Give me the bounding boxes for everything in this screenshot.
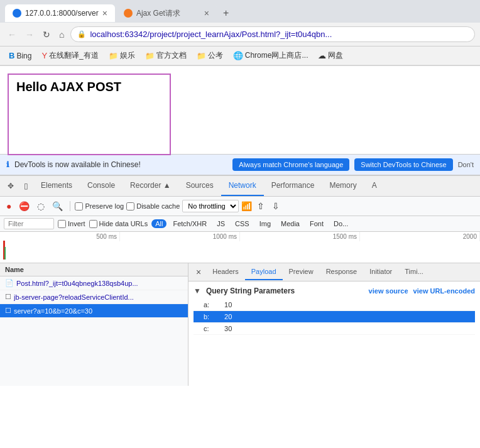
filter-fetch-xhr[interactable]: Fetch/XHR: [169, 219, 210, 228]
tab-active[interactable]: 127.0.0.1:8000/server ×: [5, 4, 115, 22]
devtools-panel: ✥ ▯ Elements Console Recorder ▲ Sources …: [0, 175, 480, 386]
content-box: Hello AJAX POST: [8, 74, 171, 155]
forward-button[interactable]: →: [23, 28, 36, 41]
bookmark-label-store: Chrome网上商店...: [245, 50, 308, 61]
url-box[interactable]: 🔒 localhost:63342/project/project_learnA…: [70, 26, 475, 42]
detail-close-button[interactable]: ×: [191, 263, 206, 281]
invert-text: Invert: [68, 220, 85, 227]
tab-memory[interactable]: Memory: [322, 176, 364, 196]
filter-font[interactable]: Font: [306, 219, 327, 228]
banner-text: DevTools is now available in Chinese!: [14, 160, 227, 169]
hide-data-urls-checkbox[interactable]: [89, 220, 97, 228]
download-icon[interactable]: ⇩: [270, 199, 282, 213]
invert-label[interactable]: Invert: [58, 220, 85, 228]
switch-devtools-button[interactable]: Switch DevTools to Chinese: [354, 158, 452, 171]
query-title: Query String Parameters: [206, 287, 295, 295]
filter-doc[interactable]: Do...: [330, 219, 352, 228]
dont-button[interactable]: Don't: [458, 161, 474, 168]
back-button[interactable]: ←: [5, 28, 19, 41]
view-source-link[interactable]: view source: [369, 287, 408, 295]
param-val-c: 30: [224, 325, 232, 332]
table-row[interactable]: ☐ jb-server-page?reloadServiceClientId..…: [0, 290, 188, 304]
tab-close-1[interactable]: ×: [102, 8, 107, 18]
tab-console[interactable]: Console: [80, 176, 123, 196]
param-row-b[interactable]: b: 20: [194, 311, 475, 323]
detail-panel: × Headers Payload Preview Response Initi…: [188, 263, 480, 386]
timeline-label-4: 2000: [360, 232, 480, 241]
name-panel: Name 📄 Post.html?_ijt=t0u4qbnegk138qsb4u…: [0, 263, 188, 386]
tab-more[interactable]: A: [364, 176, 385, 196]
detail-tab-response[interactable]: Response: [320, 264, 364, 280]
filter-img[interactable]: Img: [256, 219, 275, 228]
chrome-icon: 🌐: [233, 51, 243, 60]
preserve-log-label[interactable]: Preserve log: [75, 202, 124, 210]
filter-css[interactable]: CSS: [231, 219, 253, 228]
filter-all[interactable]: All: [151, 219, 166, 228]
browser-chrome: 127.0.0.1:8000/server × Ajax Get请求 × + ←…: [0, 0, 480, 66]
filter-row: Invert Hide data URLs All Fetch/XHR JS C…: [0, 216, 480, 232]
disable-cache-checkbox[interactable]: [126, 202, 134, 210]
invert-checkbox[interactable]: [58, 220, 66, 228]
detail-tab-initiator[interactable]: Initiator: [363, 264, 398, 280]
param-key-b: b:: [204, 313, 222, 320]
tab-sources[interactable]: Sources: [178, 176, 221, 196]
filter-media[interactable]: Media: [277, 219, 303, 228]
select-element-icon[interactable]: ✥: [3, 178, 19, 194]
bookmark-docs[interactable]: 📁 官方文档: [141, 49, 190, 62]
home-button[interactable]: ⌂: [57, 28, 67, 41]
detail-tab-headers[interactable]: Headers: [206, 264, 245, 280]
bookmark-drive[interactable]: ☁ 网盘: [314, 49, 347, 62]
bookmark-chrome-store[interactable]: 🌐 Chrome网上商店...: [229, 49, 312, 62]
tab-recorder[interactable]: Recorder ▲: [123, 176, 178, 196]
param-row-a: a: 10: [194, 299, 475, 311]
filter-icon-button[interactable]: ◌: [35, 199, 47, 213]
bookmark-exam[interactable]: 📁 公考: [193, 49, 227, 62]
youdao-icon: Y: [41, 51, 47, 60]
bing-icon: B: [9, 51, 14, 60]
detail-content: ▼ Query String Parameters view source vi…: [188, 281, 480, 386]
tab-title-1: 127.0.0.1:8000/server: [25, 9, 99, 18]
detail-tab-preview[interactable]: Preview: [283, 264, 320, 280]
device-toolbar-icon[interactable]: ▯: [19, 178, 33, 194]
record-button[interactable]: ●: [4, 199, 14, 213]
query-toggle[interactable]: ▼: [194, 287, 201, 295]
param-key-c: c:: [204, 325, 222, 332]
name-header: Name: [0, 263, 188, 276]
separator-1: [70, 201, 70, 211]
detail-tab-payload[interactable]: Payload: [245, 264, 283, 280]
bookmark-youdao[interactable]: Y 在线翻译_有道: [38, 49, 102, 62]
folder-icon-1: 📁: [109, 52, 118, 60]
file-icon-2: ☐: [5, 293, 11, 301]
search-button[interactable]: 🔍: [50, 199, 65, 213]
view-url-encoded-link[interactable]: view URL-encoded: [413, 287, 475, 295]
row-name-1: Post.html?_ijt=t0u4qbnegk138qsb4up...: [16, 280, 138, 287]
hide-data-urls-label[interactable]: Hide data URLs: [89, 220, 148, 228]
bookmark-bing[interactable]: B Bing: [5, 50, 35, 62]
bookmark-label: Bing: [16, 52, 31, 60]
tab-elements[interactable]: Elements: [33, 176, 80, 196]
tab-close-2[interactable]: ×: [204, 8, 209, 18]
filter-input[interactable]: [4, 218, 54, 229]
tab-network[interactable]: Network: [221, 176, 264, 196]
table-row-selected[interactable]: ☐ server?a=10&b=20&c=30: [0, 304, 188, 318]
timeline: 500 ms 1000 ms 1500 ms 2000: [0, 232, 480, 263]
bookmark-label-exam: 公考: [208, 50, 223, 61]
bookmark-label-docs: 官方文档: [156, 50, 187, 61]
filter-js[interactable]: JS: [213, 219, 229, 228]
throttling-select[interactable]: No throttling: [182, 200, 239, 212]
new-tab-button[interactable]: +: [218, 4, 234, 23]
preserve-log-checkbox[interactable]: [75, 202, 83, 210]
disable-cache-label[interactable]: Disable cache: [126, 202, 180, 210]
stop-button[interactable]: ⛔: [16, 199, 32, 213]
timeline-label-1: 500 ms: [0, 232, 120, 241]
drive-icon: ☁: [318, 51, 326, 60]
upload-icon[interactable]: ⇧: [254, 199, 267, 213]
refresh-button[interactable]: ↻: [40, 28, 53, 41]
tab-performance[interactable]: Performance: [264, 176, 322, 196]
tab-inactive[interactable]: Ajax Get请求 ×: [116, 4, 217, 23]
match-language-button[interactable]: Always match Chrome's language: [232, 158, 349, 171]
table-row[interactable]: 📄 Post.html?_ijt=t0u4qbnegk138qsb4up...: [0, 276, 188, 290]
detail-tab-timing[interactable]: Timi...: [398, 264, 430, 280]
bookmark-ent[interactable]: 📁 娱乐: [105, 49, 139, 62]
folder-icon-3: 📁: [197, 52, 206, 60]
